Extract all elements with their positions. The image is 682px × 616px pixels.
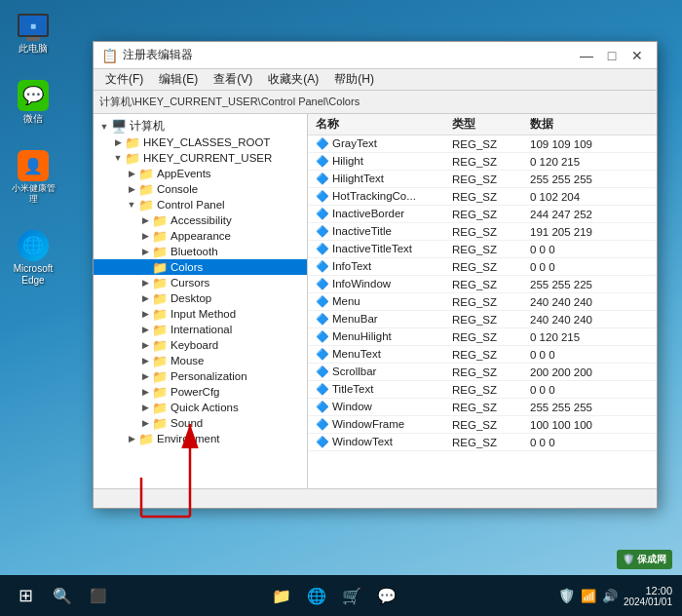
tree-label-powercfg: PowerCfg: [170, 386, 220, 398]
tree-item-cursors[interactable]: ▶ 📁 Cursors: [94, 275, 307, 290]
tree-label-colors: Colors: [170, 261, 203, 273]
cell-type: REG_SZ: [444, 135, 522, 153]
table-row[interactable]: 🔷InfoText REG_SZ 0 0 0: [308, 258, 657, 276]
tree-item-bluetooth[interactable]: ▶ 📁 Bluetooth: [94, 244, 307, 259]
cell-name: 🔷WindowText: [308, 434, 444, 451]
tree-item-international[interactable]: ▶ 📁 International: [94, 322, 307, 337]
col-name: 名称: [308, 114, 444, 135]
expander-control-panel: ▼: [125, 198, 138, 212]
menu-edit[interactable]: 编辑(E): [151, 69, 206, 90]
expander-cursors: ▶: [138, 276, 152, 289]
table-row[interactable]: 🔷GrayText REG_SZ 109 109 109: [308, 135, 657, 153]
table-row[interactable]: 🔷MenuBar REG_SZ 240 240 240: [308, 311, 657, 328]
table-row[interactable]: 🔷InfoWindow REG_SZ 255 255 225: [308, 276, 657, 293]
table-row[interactable]: 🔷InactiveBorder REG_SZ 244 247 252: [308, 206, 657, 223]
clock[interactable]: 12:00 2024/01/01: [624, 585, 672, 607]
start-button[interactable]: ⊞: [10, 580, 41, 611]
reg-value-icon: 🔷: [316, 208, 329, 219]
tree-item-appearance[interactable]: ▶ 📁 Appearance: [94, 228, 307, 244]
reg-value-icon: 🔷: [316, 190, 329, 202]
reg-value-icon: 🔷: [316, 278, 329, 289]
table-row[interactable]: 🔷MenuText REG_SZ 0 0 0: [308, 346, 657, 364]
minimize-button[interactable]: —: [575, 46, 598, 65]
reg-value-icon: 🔷: [316, 436, 329, 447]
col-type: 类型: [444, 114, 522, 135]
table-row[interactable]: 🔷WindowText REG_SZ 0 0 0: [308, 434, 657, 451]
table-row[interactable]: 🔷Window REG_SZ 255 255 255: [308, 399, 657, 416]
table-row[interactable]: 🔷HilightText REG_SZ 255 255 255: [308, 171, 657, 188]
tree-item-desktop[interactable]: ▶ 📁 Desktop: [94, 290, 307, 306]
desktop-icon-health[interactable]: 👤 小米健康管理: [8, 150, 58, 205]
taskbar-edge[interactable]: 🌐: [303, 582, 330, 609]
tree-item-sound[interactable]: ▶ 📁 Sound: [94, 415, 307, 431]
values-panel[interactable]: 名称 类型 数据 🔷GrayText REG_SZ 109 109 109 🔷H…: [308, 114, 657, 488]
taskbar: ⊞ 🔍 ⬛ 📁 🌐 🛒 💬 🛡️ 📶 🔊 12:00 2024/01/01: [0, 575, 682, 616]
explorer-icon: 📁: [272, 587, 291, 605]
expander-appearance: ▶: [138, 229, 152, 243]
desktop-icon-computer[interactable]: ■ 此电脑: [8, 10, 58, 55]
input-method-icon: 📁: [152, 307, 168, 321]
cell-type: REG_SZ: [444, 328, 522, 346]
table-row[interactable]: 🔷InactiveTitle REG_SZ 191 205 219: [308, 223, 657, 241]
table-row[interactable]: 🔷Hilight REG_SZ 0 120 215: [308, 153, 657, 171]
table-row[interactable]: 🔷Scrollbar REG_SZ 200 200 200: [308, 364, 657, 381]
tree-item-colors[interactable]: 📁 Colors: [94, 259, 307, 275]
cell-type: REG_SZ: [444, 293, 522, 311]
taskbar-store[interactable]: 🛒: [338, 582, 365, 609]
title-bar-left: 📋 注册表编辑器: [101, 47, 193, 63]
tree-item-input-method[interactable]: ▶ 📁 Input Method: [94, 306, 307, 322]
tree-item-appevents[interactable]: ▶ 📁 AppEvents: [94, 166, 307, 181]
tree-label-appevents: AppEvents: [157, 168, 211, 179]
appevents-icon: 📁: [138, 167, 154, 180]
tree-item-quick-actions[interactable]: ▶ 📁 Quick Actions: [94, 400, 307, 415]
tree-item-console[interactable]: ▶ 📁 Console: [94, 181, 307, 197]
cell-name: 🔷Menu: [308, 293, 444, 311]
table-row[interactable]: 🔷MenuHilight REG_SZ 0 120 215: [308, 328, 657, 346]
task-view-button[interactable]: ⬛: [84, 582, 111, 609]
menu-help[interactable]: 帮助(H): [326, 69, 382, 90]
tree-item-environment[interactable]: ▶ 📁 Environment: [94, 431, 307, 446]
window-title: 注册表编辑器: [123, 47, 193, 63]
tree-item-keyboard[interactable]: ▶ 📁 Keyboard: [94, 337, 307, 353]
tree-item-current-user[interactable]: ▼ 📁 HKEY_CURRENT_USER: [94, 150, 307, 166]
desktop-icons-container: ■ 此电脑 💬 微信 👤 小米健康管理 🌐 Microsoft Edge: [8, 10, 58, 287]
reg-value-icon: 🔷: [316, 137, 329, 149]
table-row[interactable]: 🔷HotTrackingCo... REG_SZ 0 102 204: [308, 188, 657, 206]
tree-label-control-panel: Control Panel: [157, 199, 225, 211]
watermark-icon: 🛡️: [623, 554, 634, 564]
regedit-window: 📋 注册表编辑器 — □ ✕ 文件(F) 编辑(E) 查看(V) 收藏夹(A) …: [93, 41, 658, 509]
table-row[interactable]: 🔷InactiveTitleText REG_SZ 0 0 0: [308, 241, 657, 258]
tree-item-mouse[interactable]: ▶ 📁 Mouse: [94, 353, 307, 368]
cell-name: 🔷InfoWindow: [308, 276, 444, 293]
cell-data: 191 205 219: [522, 223, 657, 241]
tree-item-powercfg[interactable]: ▶ 📁 PowerCfg: [94, 384, 307, 400]
cell-type: REG_SZ: [444, 399, 522, 416]
menu-view[interactable]: 查看(V): [206, 69, 260, 90]
table-row[interactable]: 🔷WindowFrame REG_SZ 100 100 100: [308, 416, 657, 434]
taskbar-wechat[interactable]: 💬: [373, 582, 400, 609]
tree-item-accessibility[interactable]: ▶ 📁 Accessibility: [94, 212, 307, 228]
expander-personalization: ▶: [138, 369, 152, 383]
maximize-button[interactable]: □: [600, 46, 624, 65]
menu-favorites[interactable]: 收藏夹(A): [260, 69, 326, 90]
desktop-icon-edge[interactable]: 🌐 Microsoft Edge: [8, 230, 58, 287]
taskbar-explorer[interactable]: 📁: [268, 582, 295, 609]
computer-folder-icon: 🖥️: [111, 120, 127, 134]
cell-type: REG_SZ: [444, 276, 522, 293]
window-controls: — □ ✕: [575, 46, 649, 65]
tree-label-console: Console: [157, 183, 198, 195]
cell-name: 🔷InactiveTitle: [308, 223, 444, 241]
tree-label-personalization: Personalization: [170, 370, 247, 382]
menu-file[interactable]: 文件(F): [97, 69, 151, 90]
search-button[interactable]: 🔍: [49, 582, 76, 609]
tree-panel[interactable]: ▼ 🖥️ 计算机 ▶ 📁 HKEY_CLASSES_ROOT ▼ 📁 HKEY: [94, 114, 308, 488]
table-row[interactable]: 🔷Menu REG_SZ 240 240 240: [308, 293, 657, 311]
desktop-icon-wechat[interactable]: 💬 微信: [8, 80, 58, 125]
reg-value-icon: 🔷: [316, 155, 329, 167]
tree-item-classes-root[interactable]: ▶ 📁 HKEY_CLASSES_ROOT: [94, 135, 307, 150]
tree-item-control-panel[interactable]: ▼ 📁 Control Panel: [94, 197, 307, 212]
close-button[interactable]: ✕: [625, 46, 649, 65]
table-row[interactable]: 🔷TitleText REG_SZ 0 0 0: [308, 381, 657, 399]
tree-item-personalization[interactable]: ▶ 📁 Personalization: [94, 368, 307, 384]
tree-item-computer[interactable]: ▼ 🖥️ 计算机: [94, 118, 307, 135]
